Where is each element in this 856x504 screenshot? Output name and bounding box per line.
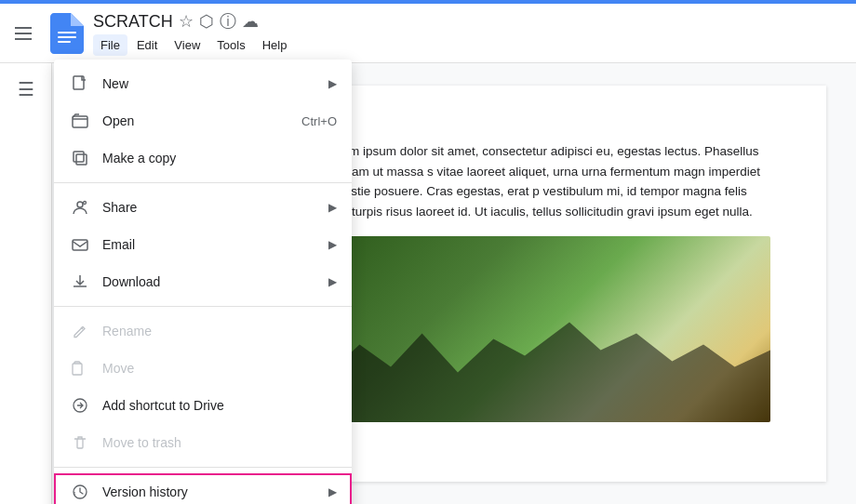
svg-rect-9 <box>73 240 87 250</box>
page-sheet: Lorem ipsum dolor sit amet, consectetur … <box>268 86 826 482</box>
svg-rect-4 <box>73 116 87 127</box>
divider-3 <box>54 467 352 468</box>
move-icon <box>69 357 91 379</box>
header-bar <box>0 0 856 4</box>
version-history-icon <box>69 481 91 503</box>
menu-item-new-label: New <box>102 76 321 91</box>
menu-item-move: Move <box>54 350 352 387</box>
download-arrow-icon: ▶ <box>328 275 337 288</box>
menu-item-open[interactable]: Open Ctrl+O <box>54 102 352 139</box>
menu-item-share-label: Share <box>102 200 321 215</box>
email-icon <box>69 233 91 256</box>
hamburger-menu[interactable] <box>7 20 39 47</box>
menu-item-download[interactable]: Download ▶ <box>54 263 352 300</box>
svg-rect-2 <box>58 41 71 43</box>
version-history-arrow-icon: ▶ <box>328 485 337 498</box>
svg-point-7 <box>77 202 83 207</box>
app-icon <box>50 13 84 54</box>
file-dropdown: New ▶ Open Ctrl+O Make a copy Share ▶ Em… <box>54 60 352 504</box>
menu-item-trash-label: Move to trash <box>102 435 337 450</box>
info-icon[interactable]: ⓘ <box>220 10 236 33</box>
menu-item-rename-label: Rename <box>102 324 337 338</box>
menu-item-share[interactable]: Share ▶ <box>54 189 352 226</box>
menu-item-shortcut[interactable]: Add shortcut to Drive <box>54 387 352 424</box>
menu-item-new[interactable]: New ▶ <box>54 65 352 102</box>
menu-item-download-label: Download <box>102 274 321 289</box>
menu-view[interactable]: View <box>167 34 207 56</box>
menu-item-trash: Move to trash <box>54 424 352 461</box>
page-image <box>324 236 770 422</box>
menu-file[interactable]: File <box>93 34 127 56</box>
menu-item-version-history[interactable]: Version history ▶ <box>54 473 352 504</box>
menu-help[interactable]: Help <box>255 34 295 56</box>
sidebar-toggle[interactable]: ☰ <box>0 63 52 504</box>
svg-rect-10 <box>73 364 82 375</box>
menu-item-open-label: Open <box>102 113 301 128</box>
svg-rect-0 <box>58 32 76 33</box>
divider-2 <box>54 306 352 307</box>
star-icon[interactable]: ☆ <box>179 11 194 32</box>
menu-item-shortcut-label: Add shortcut to Drive <box>102 398 337 413</box>
doc-title-area: SCRATCH ☆ ⬡ ⓘ ☁ File Edit View Tools Hel… <box>93 10 294 56</box>
shortcut-icon <box>69 394 91 417</box>
drive-icon[interactable]: ⬡ <box>199 11 214 32</box>
top-bar: SCRATCH ☆ ⬡ ⓘ ☁ File Edit View Tools Hel… <box>0 4 856 63</box>
doc-title-text: SCRATCH <box>93 12 173 32</box>
menu-tools[interactable]: Tools <box>209 34 252 56</box>
email-arrow-icon: ▶ <box>328 238 337 251</box>
svg-rect-1 <box>58 36 76 38</box>
menu-edit[interactable]: Edit <box>129 34 165 56</box>
svg-point-8 <box>84 202 87 205</box>
open-icon <box>69 110 91 132</box>
download-icon <box>69 271 91 293</box>
rename-icon <box>69 320 91 342</box>
new-icon <box>69 73 91 95</box>
svg-rect-5 <box>76 154 87 165</box>
menu-bar: File Edit View Tools Help <box>93 34 294 56</box>
menu-item-rename: Rename <box>54 312 352 350</box>
menu-item-copy[interactable]: Make a copy <box>54 139 352 177</box>
open-shortcut: Ctrl+O <box>301 114 337 128</box>
menu-item-copy-label: Make a copy <box>102 151 337 166</box>
page-text: Lorem ipsum dolor sit amet, consectetur … <box>324 141 770 221</box>
cloud-icon[interactable]: ☁ <box>242 11 259 32</box>
svg-rect-6 <box>74 152 84 162</box>
new-arrow-icon: ▶ <box>328 77 337 90</box>
menu-item-email[interactable]: Email ▶ <box>54 226 352 263</box>
menu-item-move-label: Move <box>102 361 337 376</box>
share-arrow-icon: ▶ <box>328 201 337 214</box>
copy-icon <box>69 147 91 169</box>
menu-item-email-label: Email <box>102 237 321 252</box>
menu-item-version-history-label: Version history <box>102 484 321 499</box>
share-icon <box>69 196 91 219</box>
divider-1 <box>54 182 352 183</box>
trash-icon <box>69 431 91 454</box>
